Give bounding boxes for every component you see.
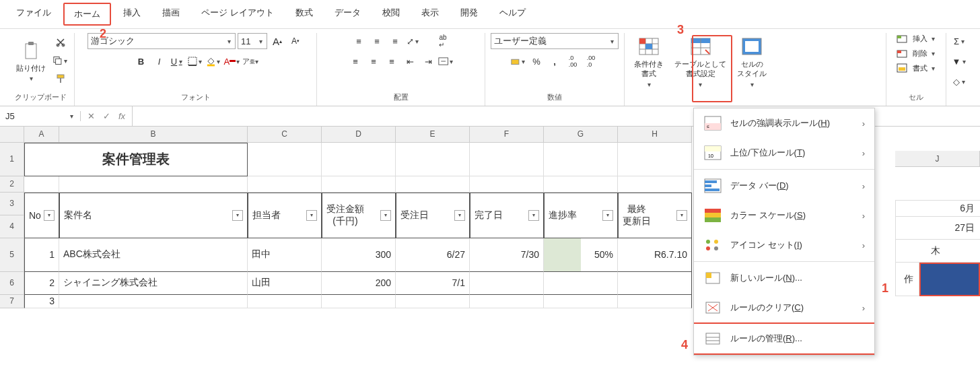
col-header-G[interactable]: G [544, 127, 618, 143]
merge-button[interactable]: ▾ [438, 53, 454, 69]
col-header-H[interactable]: H [618, 127, 692, 143]
format-painter-button[interactable] [53, 71, 69, 87]
hdr-order-date[interactable]: 受注日▾ [396, 193, 470, 238]
underline-button[interactable]: U▾ [170, 53, 186, 69]
hdr-progress[interactable]: 進捗率▾ [544, 193, 618, 238]
cf-new-rule[interactable]: 新しいルール(N)... [694, 263, 874, 293]
hdr-name[interactable]: 案件名▾ [59, 193, 248, 238]
row-header-4[interactable]: 4 [0, 215, 24, 238]
increase-decimal-button[interactable]: .0.00 [565, 53, 581, 69]
col-header-J[interactable]: J [895, 151, 980, 167]
row-header-1[interactable]: 1 [0, 143, 24, 176]
align-center-button[interactable]: ≡ [365, 53, 382, 69]
bold-button[interactable]: B [133, 53, 149, 69]
fx-icon[interactable]: fx [116, 111, 128, 121]
filter-icon[interactable]: ▾ [454, 210, 465, 221]
filter-icon[interactable]: ▾ [44, 210, 55, 221]
filter-icon[interactable]: ▾ [676, 210, 687, 221]
number-format-combo[interactable]: ユーザー定義▾ [491, 33, 619, 49]
fill-button[interactable]: ▼▾ [952, 53, 968, 69]
align-bottom-button[interactable]: ≡ [387, 33, 403, 49]
menu-formulas[interactable]: 数式 [286, 3, 322, 26]
row-header-7[interactable]: 7 [0, 295, 24, 308]
menu-developer[interactable]: 開発 [451, 3, 487, 26]
clear-button[interactable]: ◇▾ [952, 73, 968, 90]
menu-view[interactable]: 表示 [412, 3, 448, 26]
copy-button[interactable]: ▾ [53, 53, 69, 69]
cf-highlight-rules[interactable]: ≤ セルの強調表示ルール(H) › [694, 108, 874, 138]
increase-indent-button[interactable]: ⇥ [420, 53, 436, 69]
hdr-updated[interactable]: 最終 更新日▾ [618, 193, 692, 238]
menu-review[interactable]: 校閲 [373, 3, 409, 26]
cells-format-button[interactable]: 書式▾ [896, 63, 936, 73]
row-header-3[interactable]: 3 [0, 193, 24, 215]
menu-page-layout[interactable]: ページ レイアウト [192, 3, 283, 26]
align-left-button[interactable]: ≡ [347, 53, 363, 69]
cf-manage-rules[interactable]: ルールの管理(R)... [694, 322, 874, 355]
percent-format-button[interactable]: % [528, 53, 545, 69]
menu-help[interactable]: ヘルプ [490, 3, 535, 26]
filter-icon[interactable]: ▾ [380, 210, 391, 221]
font-size-combo[interactable]: 11▾ [238, 33, 267, 49]
cf-color-scales[interactable]: カラー スケール(S) › [694, 201, 874, 230]
row-header-6[interactable]: 6 [0, 272, 24, 295]
cell-styles-button[interactable]: セルの スタイル ▾ [733, 33, 771, 91]
italic-button[interactable]: I [151, 53, 168, 69]
filter-icon[interactable]: ▾ [528, 210, 539, 221]
fb-confirm-icon[interactable]: ✓ [100, 111, 113, 121]
phonetic-button[interactable]: ア亜▾ [242, 53, 258, 69]
cell-title[interactable]: 案件管理表 [24, 143, 248, 176]
menu-draw[interactable]: 描画 [153, 3, 189, 26]
border-button[interactable]: ▾ [188, 53, 204, 69]
align-middle-button[interactable]: ≡ [369, 33, 385, 49]
row-header-2[interactable]: 2 [0, 176, 24, 193]
comma-format-button[interactable]: , [547, 53, 563, 69]
menu-home[interactable]: ホーム [63, 3, 111, 26]
ribbon-group-font: 游ゴシック▾ 11▾ A▴ A▾ B I U▾ ▾ ▾ A▾ ア亜▾ フォント [75, 33, 317, 106]
name-box[interactable]: J5▾ [0, 111, 81, 121]
orientation-button[interactable]: ⤢▾ [405, 33, 421, 49]
decrease-indent-button[interactable]: ⇤ [402, 53, 418, 69]
cut-button[interactable] [53, 34, 69, 50]
hdr-complete[interactable]: 完了日▾ [470, 193, 544, 238]
hdr-owner[interactable]: 担当者▾ [248, 193, 322, 238]
decrease-font-button[interactable]: A▾ [287, 33, 304, 49]
paste-button[interactable]: 貼り付け ▾ [12, 37, 50, 85]
menu-data[interactable]: データ [325, 3, 370, 26]
menu-file[interactable]: ファイル [7, 3, 61, 26]
font-color-button[interactable]: A▾ [224, 53, 240, 69]
filter-icon[interactable]: ▾ [232, 210, 243, 221]
cells-insert-button[interactable]: 挿入▾ [896, 33, 936, 44]
col-header-E[interactable]: E [396, 127, 470, 143]
col-header-A[interactable]: A [24, 127, 59, 143]
col-header-B[interactable]: B [59, 127, 248, 143]
cf-clear-rules[interactable]: ルールのクリア(C) › [694, 293, 874, 322]
cells-delete-button[interactable]: 削除▾ [896, 48, 936, 59]
menu-insert[interactable]: 挿入 [114, 3, 150, 26]
fill-color-button[interactable]: ▾ [206, 53, 222, 69]
annotation-4: 4 [681, 338, 688, 352]
font-name-combo[interactable]: 游ゴシック▾ [88, 33, 236, 49]
select-all-corner[interactable] [0, 127, 24, 143]
col-header-D[interactable]: D [322, 127, 396, 143]
filter-icon[interactable]: ▾ [602, 210, 613, 221]
align-top-button[interactable]: ≡ [351, 33, 367, 49]
hdr-amount[interactable]: 受注金額 (千円)▾ [322, 193, 396, 238]
increase-font-button[interactable]: A▴ [269, 33, 285, 49]
selected-cell-J5[interactable] [919, 263, 980, 296]
decrease-decimal-button[interactable]: .00.0 [583, 53, 599, 69]
hdr-no[interactable]: No▾ [24, 193, 59, 238]
autosum-button[interactable]: Σ▾ [952, 33, 968, 49]
conditional-format-button[interactable]: 条件付き 書式 ▾ [630, 33, 668, 91]
cf-data-bars[interactable]: データ バー(D) › [694, 171, 874, 201]
cf-top-bottom-rules[interactable]: 10 上位/下位ルール(T) › [694, 138, 874, 168]
filter-icon[interactable]: ▾ [306, 210, 317, 221]
col-header-F[interactable]: F [470, 127, 544, 143]
align-right-button[interactable]: ≡ [384, 53, 400, 69]
fb-cancel-icon[interactable]: ✕ [85, 111, 98, 121]
cf-icon-sets[interactable]: アイコン セット(I) › [694, 230, 874, 260]
row-header-5[interactable]: 5 [0, 238, 24, 272]
wrap-text-button[interactable]: ab↵ [435, 33, 451, 49]
col-header-C[interactable]: C [248, 127, 322, 143]
accounting-format-button[interactable]: ▾ [510, 53, 526, 69]
